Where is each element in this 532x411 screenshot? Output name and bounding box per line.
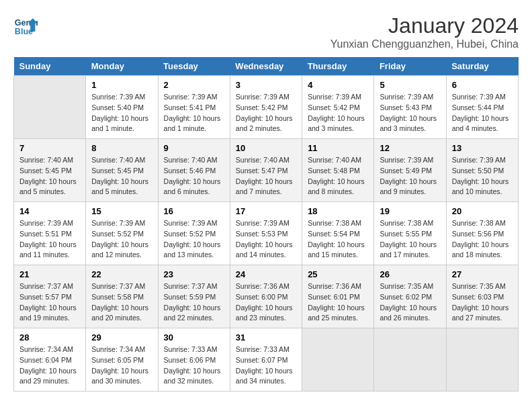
sunset-label: Sunset: 5:59 PM (164, 293, 216, 301)
day-number: 2 (164, 80, 224, 90)
day-number: 15 (91, 206, 152, 216)
day-info: Sunrise: 7:38 AM Sunset: 5:55 PM Dayligh… (380, 218, 440, 261)
day-info: Sunrise: 7:34 AM Sunset: 6:04 PM Dayligh… (19, 345, 80, 387)
header-sunday: Sunday (14, 57, 86, 76)
sunset-label: Sunset: 5:51 PM (19, 230, 72, 238)
sunrise-label: Sunrise: 7:40 AM (164, 156, 218, 164)
week-row-5: 28 Sunrise: 7:34 AM Sunset: 6:04 PM Dayl… (14, 328, 519, 392)
calendar-table: SundayMondayTuesdayWednesdayThursdayFrid… (13, 57, 519, 392)
daylight-label: Daylight: 10 hours and 12 minutes. (91, 240, 148, 259)
sunset-label: Sunset: 6:05 PM (91, 356, 144, 364)
day-number: 10 (236, 143, 296, 153)
daylight-label: Daylight: 10 hours and 27 minutes. (452, 304, 509, 322)
sunset-label: Sunset: 6:03 PM (452, 293, 504, 301)
sunrise-label: Sunrise: 7:39 AM (380, 156, 433, 164)
daylight-label: Daylight: 10 hours and 7 minutes. (236, 177, 293, 196)
sunset-label: Sunset: 5:50 PM (452, 167, 504, 175)
daylight-label: Daylight: 10 hours and 30 minutes. (91, 367, 148, 385)
day-number: 11 (308, 143, 368, 153)
sunrise-label: Sunrise: 7:40 AM (236, 156, 290, 164)
day-info: Sunrise: 7:39 AM Sunset: 5:44 PM Dayligh… (452, 92, 513, 134)
day-number: 23 (164, 269, 224, 279)
sunset-label: Sunset: 5:55 PM (380, 230, 432, 238)
sunset-label: Sunset: 5:44 PM (452, 103, 504, 111)
day-info: Sunrise: 7:33 AM Sunset: 6:06 PM Dayligh… (164, 345, 224, 387)
day-info: Sunrise: 7:39 AM Sunset: 5:40 PM Dayligh… (91, 92, 152, 134)
day-info: Sunrise: 7:40 AM Sunset: 5:45 PM Dayligh… (19, 155, 80, 197)
day-number: 30 (164, 332, 224, 342)
day-number: 24 (236, 269, 296, 279)
sunset-label: Sunset: 5:46 PM (164, 167, 216, 175)
daylight-label: Daylight: 10 hours and 5 minutes. (19, 177, 77, 196)
day-info: Sunrise: 7:35 AM Sunset: 6:03 PM Dayligh… (452, 281, 513, 324)
day-info: Sunrise: 7:40 AM Sunset: 5:45 PM Dayligh… (91, 155, 152, 197)
day-info: Sunrise: 7:40 AM Sunset: 5:46 PM Dayligh… (164, 155, 224, 197)
sunrise-label: Sunrise: 7:39 AM (236, 219, 290, 227)
day-number: 28 (19, 332, 80, 342)
day-info: Sunrise: 7:39 AM Sunset: 5:52 PM Dayligh… (91, 218, 152, 261)
day-info: Sunrise: 7:33 AM Sunset: 6:07 PM Dayligh… (236, 345, 296, 387)
sunrise-label: Sunrise: 7:38 AM (380, 219, 433, 227)
header-monday: Monday (86, 57, 158, 76)
day-number: 29 (91, 332, 152, 342)
sunrise-label: Sunrise: 7:39 AM (164, 93, 218, 101)
sunset-label: Sunset: 6:00 PM (236, 293, 288, 301)
calendar-cell: 29 Sunrise: 7:34 AM Sunset: 6:05 PM Dayl… (86, 328, 158, 392)
calendar-cell: 6 Sunrise: 7:39 AM Sunset: 5:44 PM Dayli… (446, 76, 518, 139)
day-number: 27 (452, 269, 513, 279)
calendar-cell: 7 Sunrise: 7:40 AM Sunset: 5:45 PM Dayli… (14, 139, 86, 202)
sunrise-label: Sunrise: 7:35 AM (452, 282, 506, 290)
sunrise-label: Sunrise: 7:39 AM (308, 93, 361, 101)
daylight-label: Daylight: 10 hours and 34 minutes. (236, 367, 293, 385)
sunrise-label: Sunrise: 7:39 AM (91, 93, 145, 101)
logo-icon: General Blue (13, 13, 38, 38)
page-subtitle: Yunxian Chengguanzhen, Hubei, China (330, 38, 519, 50)
sunset-label: Sunset: 5:58 PM (91, 293, 144, 301)
sunset-label: Sunset: 6:04 PM (19, 356, 72, 364)
header-thursday: Thursday (302, 57, 374, 76)
sunset-label: Sunset: 5:43 PM (380, 103, 432, 111)
sunrise-label: Sunrise: 7:33 AM (164, 345, 218, 353)
daylight-label: Daylight: 10 hours and 23 minutes. (236, 304, 293, 322)
sunrise-label: Sunrise: 7:39 AM (236, 93, 290, 101)
calendar-cell: 21 Sunrise: 7:37 AM Sunset: 5:57 PM Dayl… (14, 265, 86, 328)
day-info: Sunrise: 7:40 AM Sunset: 5:48 PM Dayligh… (308, 155, 368, 197)
calendar-cell: 13 Sunrise: 7:39 AM Sunset: 5:50 PM Dayl… (446, 139, 518, 202)
header: General Blue January 2024 Yunxian Chengg… (13, 13, 519, 50)
calendar-cell (374, 328, 446, 392)
calendar-cell: 17 Sunrise: 7:39 AM Sunset: 5:53 PM Dayl… (230, 202, 302, 265)
day-info: Sunrise: 7:38 AM Sunset: 5:54 PM Dayligh… (308, 218, 368, 261)
sunrise-label: Sunrise: 7:39 AM (19, 219, 73, 227)
day-number: 16 (164, 206, 224, 216)
sunset-label: Sunset: 5:49 PM (380, 167, 432, 175)
day-info: Sunrise: 7:39 AM Sunset: 5:42 PM Dayligh… (308, 92, 368, 134)
day-number: 9 (164, 143, 224, 153)
header-saturday: Saturday (446, 57, 518, 76)
calendar-cell: 25 Sunrise: 7:36 AM Sunset: 6:01 PM Dayl… (302, 265, 374, 328)
daylight-label: Daylight: 10 hours and 3 minutes. (308, 114, 365, 133)
calendar-cell: 1 Sunrise: 7:39 AM Sunset: 5:40 PM Dayli… (86, 76, 158, 139)
week-row-4: 21 Sunrise: 7:37 AM Sunset: 5:57 PM Dayl… (14, 265, 519, 328)
calendar-cell: 20 Sunrise: 7:38 AM Sunset: 5:56 PM Dayl… (446, 202, 518, 265)
calendar-cell: 23 Sunrise: 7:37 AM Sunset: 5:59 PM Dayl… (158, 265, 230, 328)
day-number: 5 (380, 80, 440, 90)
day-number: 19 (380, 206, 440, 216)
sunrise-label: Sunrise: 7:39 AM (452, 156, 506, 164)
sunrise-label: Sunrise: 7:37 AM (91, 282, 145, 290)
sunset-label: Sunset: 6:06 PM (164, 356, 216, 364)
day-number: 3 (236, 80, 296, 90)
week-row-1: 1 Sunrise: 7:39 AM Sunset: 5:40 PM Dayli… (14, 76, 519, 139)
day-number: 20 (452, 206, 513, 216)
daylight-label: Daylight: 10 hours and 11 minutes. (19, 240, 77, 259)
calendar-cell: 19 Sunrise: 7:38 AM Sunset: 5:55 PM Dayl… (374, 202, 446, 265)
day-info: Sunrise: 7:39 AM Sunset: 5:49 PM Dayligh… (380, 155, 440, 197)
calendar-cell: 11 Sunrise: 7:40 AM Sunset: 5:48 PM Dayl… (302, 139, 374, 202)
calendar-cell: 14 Sunrise: 7:39 AM Sunset: 5:51 PM Dayl… (14, 202, 86, 265)
day-info: Sunrise: 7:38 AM Sunset: 5:56 PM Dayligh… (452, 218, 513, 261)
day-number: 4 (308, 80, 368, 90)
daylight-label: Daylight: 10 hours and 6 minutes. (164, 177, 221, 196)
sunrise-label: Sunrise: 7:40 AM (308, 156, 361, 164)
day-number: 7 (19, 143, 80, 153)
sunset-label: Sunset: 5:53 PM (236, 230, 288, 238)
sunrise-label: Sunrise: 7:36 AM (236, 282, 290, 290)
